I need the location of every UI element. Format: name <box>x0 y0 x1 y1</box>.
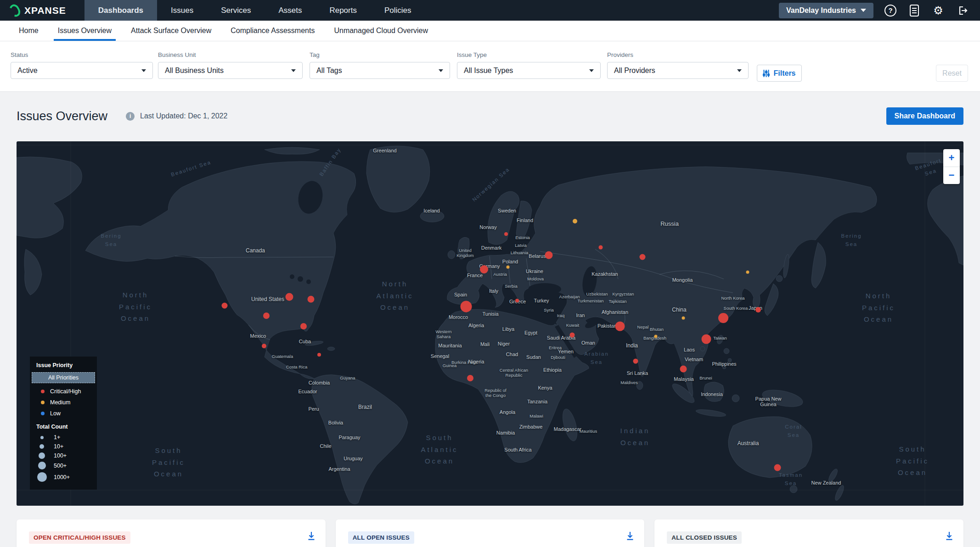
filter-select-tag[interactable]: All Tags <box>310 62 450 79</box>
count-circle-wrap <box>30 462 54 469</box>
issue-cluster-dot[interactable] <box>317 353 321 357</box>
settings-icon[interactable]: ⚙ <box>931 4 945 17</box>
map-zoom-control: + − <box>943 149 960 184</box>
share-dashboard-button[interactable]: Share Dashboard <box>886 107 963 125</box>
download-icon[interactable] <box>307 531 315 542</box>
issue-cluster-dot[interactable] <box>654 335 658 338</box>
tab-issues-overview[interactable]: Issues Overview <box>48 21 121 41</box>
filters-button[interactable]: Filters <box>757 65 802 82</box>
issue-cluster-dot[interactable] <box>515 299 519 302</box>
issue-cluster-dot[interactable] <box>682 317 685 320</box>
panel-title-badge: OPEN CRITICAL/HIGH ISSUES <box>29 531 130 544</box>
download-icon[interactable] <box>626 531 634 542</box>
legend-priority-medium[interactable]: Medium <box>30 397 97 408</box>
issue-cluster-dot[interactable] <box>633 359 638 364</box>
legend-count-label: 1000+ <box>54 474 70 480</box>
panel-title-badge: ALL OPEN ISSUES <box>348 531 414 544</box>
filter-bar: Filters Reset StatusActiveBusiness UnitA… <box>0 41 980 92</box>
issue-cluster-dot[interactable] <box>504 232 508 236</box>
issue-cluster-dot[interactable] <box>640 254 646 260</box>
release-notes-icon[interactable] <box>907 4 921 17</box>
filter-select-value: All Issue Types <box>464 67 513 75</box>
help-icon[interactable]: ? <box>884 4 897 17</box>
issue-cluster-dot[interactable] <box>599 246 603 250</box>
issue-cluster-dot[interactable] <box>570 333 575 338</box>
issue-cluster-dot[interactable] <box>702 335 711 344</box>
nav-item-policies[interactable]: Policies <box>371 0 425 21</box>
issue-cluster-dot[interactable] <box>461 301 472 313</box>
panel-title-badge: ALL CLOSED ISSUES <box>667 531 742 544</box>
issue-cluster-dot[interactable] <box>480 265 488 274</box>
zoom-out-button[interactable]: − <box>943 167 960 184</box>
issue-cluster-dot[interactable] <box>507 266 510 269</box>
nav-item-dashboards[interactable]: Dashboards <box>84 0 157 21</box>
issues-world-map[interactable]: GreenlandIcelandBaffin BayNorwegian SeaB… <box>17 141 963 506</box>
issue-cluster-dot[interactable] <box>467 375 473 381</box>
filter-select-status[interactable]: Active <box>11 62 153 79</box>
issue-cluster-dot[interactable] <box>300 323 307 329</box>
issue-cluster-dot[interactable] <box>263 313 270 319</box>
issue-cluster-dot[interactable] <box>286 293 293 301</box>
legend-all-priorities[interactable]: All Priorities <box>32 372 95 383</box>
tab-compliance-assessments[interactable]: Compliance Assessments <box>221 21 324 41</box>
nav-item-services[interactable]: Services <box>207 0 265 21</box>
count-circle-wrap <box>30 436 54 439</box>
legend-priority-critical[interactable]: Critical/High <box>30 386 97 397</box>
tab-unmanaged-cloud-overview[interactable]: Unmanaged Cloud Overview <box>324 21 438 41</box>
filter-select-providers[interactable]: All Providers <box>607 62 749 79</box>
filter-select-issue-type[interactable]: All Issue Types <box>457 62 601 79</box>
filter-group-status: StatusActive <box>11 51 153 79</box>
legend-count-row: 10+ <box>30 442 97 451</box>
legend-priority-label: Low <box>50 410 61 417</box>
nav-item-issues[interactable]: Issues <box>157 0 207 21</box>
issue-cluster-dot[interactable] <box>615 322 625 331</box>
reset-filters-button[interactable]: Reset <box>936 65 968 82</box>
issue-cluster-dot[interactable] <box>755 307 761 313</box>
map-legend: Issue Priority All Priorities Critical/H… <box>30 357 97 490</box>
tab-home[interactable]: Home <box>9 21 48 41</box>
count-circle-icon <box>39 452 45 459</box>
issue-cluster-dot[interactable] <box>746 271 749 274</box>
filter-label: Providers <box>607 51 749 58</box>
legend-count-row: 100+ <box>30 451 97 460</box>
legend-title: Issue Priority <box>30 362 97 368</box>
issue-cluster-dot[interactable] <box>573 219 577 223</box>
count-circle-icon <box>37 472 47 482</box>
filter-select-value: All Business Units <box>165 67 224 75</box>
filter-label: Status <box>11 51 153 58</box>
filter-label: Business Unit <box>158 51 303 58</box>
download-icon[interactable] <box>945 531 953 542</box>
issue-cluster-dot[interactable] <box>262 344 266 348</box>
zoom-in-button[interactable]: + <box>943 149 960 167</box>
count-circle-wrap <box>30 452 54 459</box>
chevron-down-icon <box>141 69 146 72</box>
account-menu-button[interactable]: VanDelay Industries <box>779 3 873 18</box>
legend-count-row: 1+ <box>30 433 97 442</box>
nav-item-reports[interactable]: Reports <box>315 0 371 21</box>
filter-label: Issue Type <box>457 51 601 58</box>
issue-cluster-dot[interactable] <box>680 366 687 373</box>
top-nav-right: VanDelay Industries ? ⚙ <box>779 0 980 21</box>
filter-group-issue-type: Issue TypeAll Issue Types <box>457 51 601 79</box>
issue-panel-all-closed-issues: ALL CLOSED ISSUES <box>654 519 963 547</box>
issue-cluster-dot[interactable] <box>545 251 553 259</box>
sign-out-icon[interactable] <box>955 4 969 17</box>
filter-select-business-unit[interactable]: All Business Units <box>158 62 303 79</box>
info-icon[interactable]: i <box>126 112 135 121</box>
filter-select-value: Active <box>17 67 38 75</box>
issue-cluster-dot[interactable] <box>718 313 728 323</box>
issue-cluster-dot[interactable] <box>308 296 315 303</box>
issue-panels-row: OPEN CRITICAL/HIGH ISSUESALL OPEN ISSUES… <box>17 519 963 547</box>
tab-attack-surface-overview[interactable]: Attack Surface Overview <box>121 21 221 41</box>
legend-count-title: Total Count <box>30 419 97 433</box>
nav-item-assets[interactable]: Assets <box>265 0 315 21</box>
filter-group-business-unit: Business UnitAll Business Units <box>158 51 303 79</box>
legend-count-label: 10+ <box>54 443 63 450</box>
top-nav-bar: XPANSE DashboardsIssuesServicesAssetsRep… <box>0 0 980 21</box>
legend-priority-low[interactable]: Low <box>30 408 97 419</box>
sliders-icon <box>763 70 770 77</box>
issue-cluster-dot[interactable] <box>222 303 228 309</box>
issue-cluster-dot[interactable] <box>774 464 781 471</box>
legend-count-row: 1000+ <box>30 471 97 483</box>
filters-button-label: Filters <box>773 69 795 78</box>
